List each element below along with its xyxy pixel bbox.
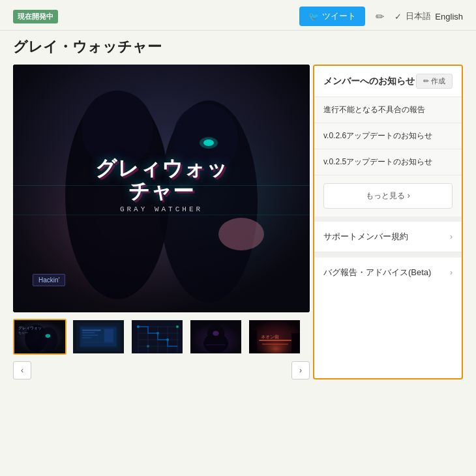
svg-rect-26 [82, 335, 98, 336]
bug-section: バグ報告・アドバイス(Beta) › [314, 258, 462, 288]
game-logo-english: GRAY WATCHER [87, 206, 236, 214]
svg-point-17 [46, 334, 51, 338]
thumbnail-1[interactable]: グレィウォッ ちゃー [13, 319, 67, 355]
notice-label-2: v.0.2.6アップデートのお知らせ [323, 131, 432, 140]
thumb-bg-1: グレィウォッ ちゃー [14, 320, 65, 353]
svg-rect-29 [82, 342, 113, 343]
create-button[interactable]: ✏ 作成 [416, 74, 453, 89]
notices-header: メンバーへのお知らせ ✏ 作成 [314, 66, 462, 97]
svg-rect-12 [13, 215, 310, 215]
game-logo-japanese: グレィウォッチャー [87, 157, 236, 203]
svg-point-10 [218, 218, 264, 250]
image-background: グレィウォッチャー GRAY WATCHER Hackin' [13, 65, 310, 312]
support-label: サポートメンバー規約 [323, 231, 408, 243]
svg-rect-55 [262, 344, 288, 345]
support-chevron: › [450, 232, 453, 241]
section-divider-2 [314, 252, 462, 258]
next-arrow[interactable]: › [291, 361, 310, 379]
right-panel: メンバーへのお知らせ ✏ 作成 進行不能となる不具合の報告 v.0.2.6アップ… [313, 65, 463, 379]
main-image: グレィウォッチャー GRAY WATCHER Hackin' [13, 65, 310, 312]
bug-label: バグ報告・アドバイス(Beta) [323, 267, 431, 278]
thumbnail-4[interactable] [189, 319, 243, 355]
thumbnail-2[interactable] [72, 319, 125, 355]
bug-item[interactable]: バグ報告・アドバイス(Beta) › [314, 258, 462, 288]
edit-icon-button[interactable]: ✏ [373, 8, 387, 25]
notice-item-2[interactable]: v.0.2.6アップデートのお知らせ [314, 123, 462, 149]
svg-point-44 [176, 325, 179, 328]
thumb-bg-4 [190, 320, 241, 353]
lang-english[interactable]: English [435, 12, 463, 22]
nav-arrows: ‹ › [13, 361, 310, 379]
notice-item-1[interactable]: 進行不能となる不具合の報告 [314, 97, 462, 123]
section-divider-1 [314, 216, 462, 222]
svg-rect-50 [206, 344, 226, 345]
thumbnail-strip: グレィウォッ ちゃー [13, 319, 310, 355]
support-item[interactable]: サポートメンバー規約 › [314, 222, 462, 252]
hackin-badge: Hackin' [33, 274, 65, 286]
svg-rect-27 [82, 337, 91, 338]
thumb-bg-5: ネオン街 [249, 320, 300, 353]
more-button[interactable]: もっと見る › [323, 183, 453, 209]
svg-point-16 [39, 327, 58, 352]
notices-section: メンバーへのお知らせ ✏ 作成 進行不能となる不具合の報告 v.0.2.6アップ… [314, 66, 462, 216]
main-content: グレィウォッチャー GRAY WATCHER Hackin' [0, 65, 476, 393]
svg-rect-58 [291, 333, 301, 355]
notice-label-1: 進行不能となる不具合の報告 [323, 105, 425, 114]
page-title: グレイ・ウォッチャー [13, 37, 463, 57]
twitter-icon: 🐦 [308, 12, 319, 22]
top-bar: 現在開発中 🐦 ツイート ✏ ✓ 日本語 English [0, 0, 476, 31]
thumb-bg-3 [132, 320, 183, 353]
more-btn-container: もっと見る › [314, 175, 462, 216]
svg-text:グレィウォッ: グレィウォッ [18, 326, 42, 330]
lang-japanese[interactable]: 日本語 [406, 10, 431, 22]
check-icon: ✓ [394, 12, 402, 22]
title-bar: グレイ・ウォッチャー [0, 31, 476, 65]
language-selector: ✓ 日本語 English [394, 10, 463, 22]
svg-point-49 [213, 331, 219, 336]
thumbnail-3[interactable] [130, 319, 184, 355]
svg-point-9 [200, 137, 218, 149]
dev-badge: 現在開発中 [13, 10, 58, 23]
tweet-button[interactable]: 🐦 ツイート [299, 7, 365, 26]
game-logo: グレィウォッチャー GRAY WATCHER [87, 157, 236, 213]
left-section: グレィウォッチャー GRAY WATCHER Hackin' [13, 65, 303, 379]
svg-rect-24 [82, 330, 101, 331]
support-section: サポートメンバー規約 › [314, 222, 462, 252]
notices-title: メンバーへのお知らせ [323, 76, 415, 87]
svg-rect-59 [249, 335, 252, 355]
thumbnail-5[interactable]: ネオン街 [248, 319, 301, 355]
notice-item-3[interactable]: v.0.2.5アップデートのお知らせ [314, 149, 462, 175]
bug-chevron: › [450, 268, 453, 277]
thumb-bg-2 [73, 320, 124, 353]
svg-rect-28 [104, 329, 113, 343]
svg-rect-54 [259, 340, 291, 341]
svg-point-43 [147, 345, 149, 348]
notice-label-3: v.0.2.5アップデートのお知らせ [323, 157, 432, 166]
top-right-controls: 🐦 ツイート ✏ ✓ 日本語 English [299, 7, 463, 26]
prev-arrow[interactable]: ‹ [13, 361, 31, 379]
svg-text:ネオン街: ネオン街 [261, 335, 279, 339]
svg-text:ちゃー: ちゃー [18, 331, 28, 335]
svg-rect-25 [82, 332, 95, 333]
tweet-label: ツイート [322, 10, 356, 22]
